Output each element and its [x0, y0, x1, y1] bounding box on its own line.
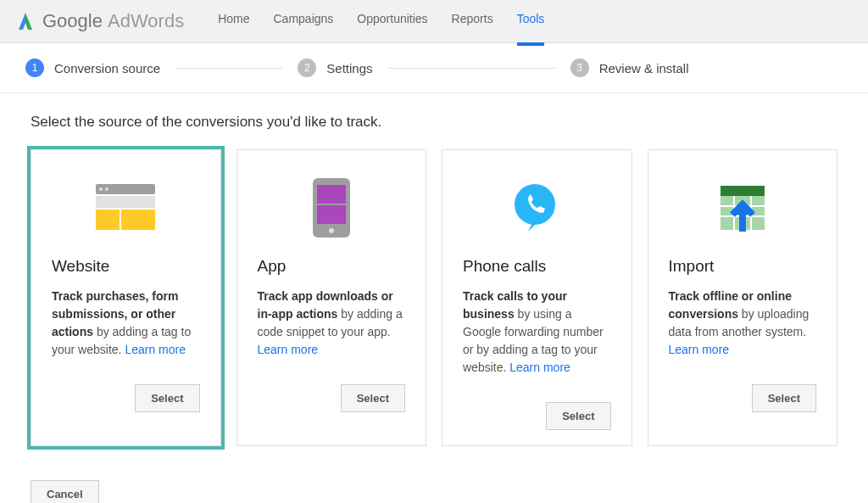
svg-point-9 — [329, 228, 334, 233]
svg-rect-8 — [317, 205, 346, 224]
step-divider — [175, 68, 282, 69]
step-label-2: Settings — [326, 61, 372, 75]
svg-point-10 — [515, 184, 555, 225]
app-icon — [258, 174, 406, 242]
top-nav-bar: Google AdWords Home Campaigns Opportunit… — [0, 0, 868, 43]
svg-rect-5 — [121, 210, 155, 230]
card-title: Phone calls — [463, 257, 611, 276]
page-prompt: Select the source of the conversions you… — [31, 114, 837, 131]
learn-more-link[interactable]: Learn more — [125, 343, 186, 356]
nav-opportunities[interactable]: Opportunities — [357, 12, 427, 31]
svg-point-1 — [99, 187, 103, 191]
card-description: Track purchases, form submissions, or ot… — [52, 288, 200, 359]
card-title: App — [258, 257, 406, 276]
learn-more-link[interactable]: Learn more — [258, 343, 319, 356]
website-icon — [52, 174, 200, 242]
import-icon — [669, 174, 817, 242]
svg-rect-0 — [96, 184, 155, 194]
card-title: Website — [52, 257, 200, 276]
learn-more-link[interactable]: Learn more — [669, 343, 730, 356]
step-divider — [388, 68, 555, 69]
select-phone-button[interactable]: Select — [546, 402, 610, 430]
nav-reports[interactable]: Reports — [452, 12, 493, 31]
svg-rect-17 — [739, 213, 746, 232]
card-phone-calls: Phone calls Track calls to your business… — [442, 149, 632, 446]
select-website-button[interactable]: Select — [135, 384, 199, 412]
cancel-button[interactable]: Cancel — [31, 480, 99, 503]
wizard-steps: 1 Conversion source 2 Settings 3 Review … — [0, 43, 868, 93]
card-website: Website Track purchases, form submission… — [31, 149, 221, 446]
phone-icon — [463, 174, 611, 242]
step-review-install[interactable]: 3 Review & install — [570, 59, 843, 77]
main-content: Select the source of the conversions you… — [0, 93, 868, 503]
step-label-3: Review & install — [599, 61, 689, 75]
learn-more-link[interactable]: Learn more — [509, 360, 570, 374]
step-label-1: Conversion source — [54, 61, 160, 75]
card-description: Track offline or online conversions by u… — [669, 288, 817, 359]
svg-rect-11 — [721, 186, 765, 196]
nav-home[interactable]: Home — [218, 12, 249, 31]
step-settings[interactable]: 2 Settings — [298, 59, 570, 77]
card-app: App Track app downloads or in-app action… — [236, 149, 427, 446]
step-number-1: 1 — [25, 59, 44, 77]
svg-rect-4 — [96, 210, 120, 230]
brand-text: Google AdWords — [42, 10, 184, 32]
svg-point-2 — [105, 187, 108, 191]
step-conversion-source[interactable]: 1 Conversion source — [25, 59, 298, 77]
nav-campaigns[interactable]: Campaigns — [274, 12, 334, 31]
card-description: Track app downloads or in-app actions by… — [258, 288, 406, 359]
card-title: Import — [669, 257, 817, 276]
select-import-button[interactable]: Select — [752, 384, 816, 412]
nav-tools[interactable]: Tools — [517, 12, 545, 31]
step-number-3: 3 — [570, 59, 589, 77]
svg-rect-7 — [317, 185, 346, 204]
svg-rect-3 — [96, 196, 155, 208]
card-description: Track calls to your business by using a … — [463, 288, 611, 377]
adwords-logo-icon — [15, 11, 36, 31]
main-nav: Home Campaigns Opportunities Reports Too… — [218, 12, 568, 31]
card-import: Import Track offline or online conversio… — [648, 149, 838, 446]
step-number-2: 2 — [298, 59, 316, 77]
source-cards: Website Track purchases, form submission… — [31, 149, 837, 446]
select-app-button[interactable]: Select — [341, 384, 405, 412]
brand-logo[interactable]: Google AdWords — [15, 10, 184, 32]
